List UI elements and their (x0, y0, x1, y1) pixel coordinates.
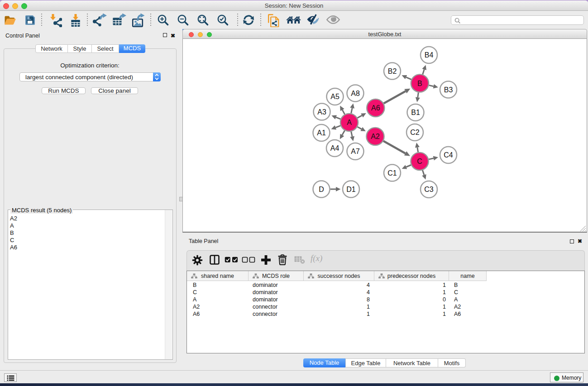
svg-text:A: A (347, 119, 352, 126)
svg-text:B4: B4 (425, 51, 434, 59)
svg-text:A3: A3 (317, 108, 326, 116)
svg-text:B2: B2 (388, 67, 397, 75)
svg-text:C4: C4 (444, 151, 453, 159)
svg-text:C2: C2 (410, 129, 420, 136)
svg-text:D: D (319, 186, 324, 193)
svg-text:A8: A8 (351, 90, 360, 97)
svg-text:A5: A5 (330, 93, 339, 100)
svg-text:B3: B3 (444, 86, 453, 94)
svg-text:C3: C3 (424, 186, 434, 193)
svg-text:C: C (417, 157, 422, 165)
svg-text:A7: A7 (351, 148, 360, 155)
svg-text:B1: B1 (411, 109, 420, 116)
svg-text:A2: A2 (371, 133, 380, 140)
svg-text:A4: A4 (330, 144, 339, 152)
svg-text:D1: D1 (346, 186, 356, 193)
svg-text:A1: A1 (317, 129, 326, 137)
svg-text:A6: A6 (371, 104, 380, 112)
svg-text:B: B (417, 80, 422, 87)
svg-text:C1: C1 (387, 169, 397, 177)
